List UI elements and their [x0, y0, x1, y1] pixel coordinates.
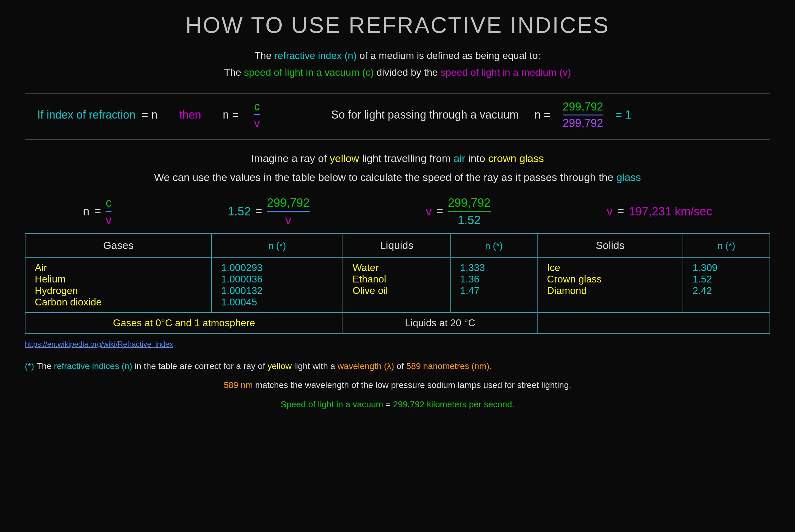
liq-oliveoil: Olive oil: [352, 285, 441, 297]
calc1-n: n: [83, 205, 89, 218]
scenario-line2: We can use the values in the table below…: [154, 171, 616, 183]
header-gases: Gases: [25, 233, 211, 257]
intro-refractive-index: refractive index (n): [274, 50, 356, 61]
calc3-eq: =: [436, 205, 443, 218]
bn-line2: 589 nm matches the wavelength of the low…: [25, 377, 770, 393]
intro-speed-v: speed of light in a medium (v): [441, 67, 571, 78]
calc-row: n = c v 1.52 = 299,792 v v = 299,792 1.5…: [25, 196, 770, 227]
gas-hydrogen-n: 1.000132: [221, 285, 333, 297]
calc-step-1: n = c v: [83, 196, 111, 227]
gas-helium: Helium: [35, 273, 202, 285]
gas-co2: Carbon dioxide: [35, 297, 202, 308]
so-for-label: So for light passing through a vacuum: [331, 108, 519, 121]
bn-wavelength: wavelength (λ): [337, 361, 394, 371]
calc2-val: 1.52: [228, 205, 251, 218]
gas-air: Air: [35, 262, 202, 273]
calc-step-2: 1.52 = 299,792 v: [228, 196, 310, 227]
bn-speed-label: Speed of light in a vacuum: [281, 399, 383, 409]
bn-nm-val: 589 nanometres (nm).: [406, 361, 492, 371]
intro-line2-pre: The: [224, 67, 244, 78]
header-solids: Solids: [537, 233, 683, 257]
gas-co2-n: 1.00045: [221, 297, 333, 308]
gas-hydrogen: Hydrogen: [35, 285, 202, 297]
equals-1: = 1: [615, 108, 631, 121]
calc2-eq: =: [255, 205, 262, 218]
scenario-glass: crown glass: [488, 152, 544, 164]
table-data-row: Air Helium Hydrogen Carbon dioxide 1.000…: [25, 257, 770, 312]
scenario-line1-pre: Imagine a ray of: [251, 152, 330, 164]
header-gases-n: n (*): [211, 233, 343, 257]
liq-water: Water: [352, 262, 441, 273]
liquids-names: Water Ethanol Olive oil: [343, 257, 450, 312]
calc4-result: 197,231 km/sec: [629, 205, 712, 218]
intro-line2-mid: divided by the: [374, 67, 441, 78]
gas-helium-n: 1.000036: [221, 273, 333, 285]
liq-ethanol-n: 1.36: [460, 273, 528, 285]
calc-step-3: v = 299,792 1.52: [426, 196, 491, 227]
vacuum-fraction: 299,792 299,792: [563, 100, 603, 130]
sol-ice: Ice: [547, 262, 673, 273]
footer-liquids: Liquids at 20 °C: [343, 312, 537, 334]
table-footer-row: Gases at 0°C and 1 atmosphere Liquids at…: [25, 312, 770, 334]
n-eq2: n =: [534, 108, 550, 121]
calc3-v: v: [426, 205, 432, 218]
liq-water-n: 1.333: [460, 262, 528, 273]
calc3-fraction: 299,792 1.52: [448, 196, 491, 227]
calc2-num: 299,792: [267, 196, 310, 212]
bn-speed-val: 299,792 kilometers per second.: [393, 399, 515, 409]
gas-air-n: 1.000293: [221, 262, 333, 273]
bn-line3: Speed of light in a vacuum = 299,792 kil…: [25, 396, 770, 413]
calc3-den: 1.52: [458, 212, 481, 227]
vacuum-den: 299,792: [563, 115, 603, 130]
divider-2: [25, 139, 770, 140]
n-equals-label: n =: [223, 108, 239, 121]
bn-mid1: in the table are correct for a ray of: [132, 361, 268, 371]
calc-step-4: v = 197,231 km/sec: [607, 205, 712, 218]
scenario-yellow: yellow: [330, 152, 359, 164]
fraction-c: c: [254, 100, 260, 115]
solids-names: Ice Crown glass Diamond: [537, 257, 683, 312]
asterisk-symbol: (*): [25, 358, 34, 374]
intro-speed-c: speed of light in a vacuum (c): [244, 67, 374, 78]
header-liquids-n: n (*): [450, 233, 537, 257]
refractive-table: Gases n (*) Liquids n (*) Solids n (*) A…: [25, 233, 770, 334]
scenario-line1-post: into: [465, 152, 488, 164]
bn-mid2: light with a: [292, 361, 337, 371]
fraction-v: v: [254, 116, 260, 130]
liq-ethanol: Ethanol: [352, 273, 441, 285]
calc1-v: v: [106, 212, 111, 227]
liq-oliveoil-n: 1.47: [460, 285, 528, 297]
calc1-eq: =: [94, 205, 101, 218]
intro-section: The refractive index (n) of a medium is …: [25, 47, 770, 81]
bn-highlight1: refractive indices (n): [54, 361, 132, 371]
intro-line1-post: of a medium is defined as being equal to…: [356, 50, 540, 61]
divider-1: [25, 93, 770, 94]
sol-crownglass-n: 1.52: [692, 273, 760, 285]
calc2-den: v: [285, 212, 291, 227]
liquids-values: 1.333 1.36 1.47: [450, 257, 537, 312]
scenario-air: air: [454, 152, 465, 164]
calc4-eq: =: [617, 205, 624, 218]
gases-names: Air Helium Hydrogen Carbon dioxide: [25, 257, 211, 312]
sol-ice-n: 1.309: [692, 262, 760, 273]
bn-mid3: of: [394, 361, 406, 371]
calc2-fraction: 299,792 v: [267, 196, 310, 227]
gases-values: 1.000293 1.000036 1.000132 1.00045: [211, 257, 343, 312]
calc4-v: v: [607, 205, 613, 218]
then-label: then: [179, 108, 201, 121]
bn-pre: The: [37, 361, 54, 371]
formula-row: If index of refraction = n then n = c v …: [37, 100, 770, 130]
wiki-link[interactable]: https://en.wikipedia.org/wiki/Refractive…: [25, 340, 770, 348]
scenario-section: Imagine a ray of yellow light travelling…: [25, 149, 770, 187]
bn-line2-post: matches the wavelength of the low pressu…: [253, 380, 571, 390]
vacuum-formula: So for light passing through a vacuum n …: [331, 100, 631, 130]
calc1-c: c: [106, 196, 111, 212]
calc1-fraction: c v: [106, 196, 111, 227]
footer-solids: [537, 312, 770, 334]
equals-n: = n: [142, 108, 158, 121]
vacuum-num: 299,792: [563, 100, 603, 115]
footer-gases: Gases at 0°C and 1 atmosphere: [25, 312, 343, 334]
sol-diamond-n: 2.42: [692, 285, 760, 297]
bn-589nm: 589 nm: [224, 380, 253, 390]
scenario-line1-mid: light travelling from: [359, 152, 454, 164]
